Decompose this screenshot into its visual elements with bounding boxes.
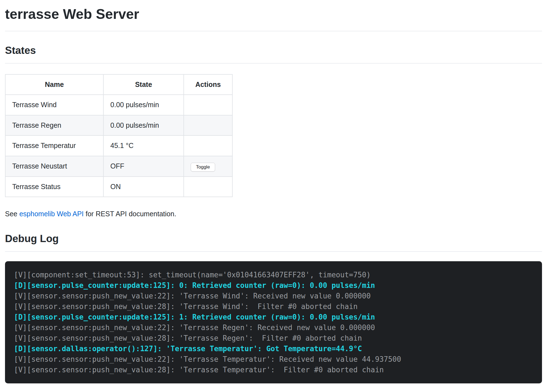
api-note-prefix: See <box>5 210 19 218</box>
states-heading: States <box>5 44 542 64</box>
state-name-cell: Terrasse Wind <box>5 95 103 115</box>
state-value-cell: OFF <box>103 156 184 177</box>
column-header-name: Name <box>5 74 103 95</box>
table-row: Terrasse NeustartOFFToggle <box>5 156 232 177</box>
log-line: [D][sensor.dallas:operator():127]: 'Terr… <box>14 343 533 354</box>
actions-cell <box>184 115 232 136</box>
state-name-cell: Terrasse Neustart <box>5 156 103 177</box>
log-line: [V][component:set_timeout:53]: set_timeo… <box>14 270 533 280</box>
state-name-cell: Terrasse Regen <box>5 115 103 136</box>
log-line: [V][sensor.sensor:push_new_value:22]: 'T… <box>14 322 533 333</box>
toggle-button[interactable]: Toggle <box>191 163 215 172</box>
actions-cell <box>184 135 232 156</box>
page-title: terrasse Web Server <box>5 6 542 31</box>
log-line: [D][sensor.pulse_counter:update:125]: 1:… <box>14 312 533 322</box>
debug-log-panel: [V][component:set_timeout:53]: set_timeo… <box>5 261 542 383</box>
state-value-cell: 45.1 °C <box>103 135 184 156</box>
state-value-cell: 0.00 pulses/min <box>103 115 184 136</box>
state-value-cell: ON <box>103 177 184 197</box>
log-line: [D][sensor.pulse_counter:update:125]: 0:… <box>14 280 533 291</box>
esphomelib-web-api-link[interactable]: esphomelib Web API <box>19 210 84 218</box>
api-note-suffix: for REST API documentation. <box>84 210 176 218</box>
api-note: See esphomelib Web API for REST API docu… <box>5 209 542 218</box>
table-row: Terrasse Regen0.00 pulses/min <box>5 115 232 136</box>
actions-cell: Toggle <box>184 156 232 177</box>
debug-log-heading: Debug Log <box>5 232 542 252</box>
column-header-state: State <box>103 74 184 95</box>
actions-cell <box>184 177 232 197</box>
state-name-cell: Terrasse Status <box>5 177 103 197</box>
log-line: [V][sensor.sensor:push_new_value:22]: 'T… <box>14 354 533 365</box>
log-line: [V][sensor.sensor:push_new_value:22]: 'T… <box>14 291 533 301</box>
state-name-cell: Terrasse Temperatur <box>5 135 103 156</box>
log-line: [V][sensor.sensor:push_new_value:28]: 'T… <box>14 333 533 343</box>
state-value-cell: 0.00 pulses/min <box>103 95 184 115</box>
log-line: [V][sensor.sensor:push_new_value:28]: 'T… <box>14 301 533 312</box>
log-line: [V][sensor.sensor:push_new_value:28]: 'T… <box>14 365 533 375</box>
actions-cell <box>184 95 232 115</box>
table-row: Terrasse StatusON <box>5 177 232 197</box>
column-header-actions: Actions <box>184 74 232 95</box>
table-row: Terrasse Wind0.00 pulses/min <box>5 95 232 115</box>
table-row: Terrasse Temperatur45.1 °C <box>5 135 232 156</box>
states-table: Name State Actions Terrasse Wind0.00 pul… <box>5 74 233 197</box>
states-table-header-row: Name State Actions <box>5 74 232 95</box>
